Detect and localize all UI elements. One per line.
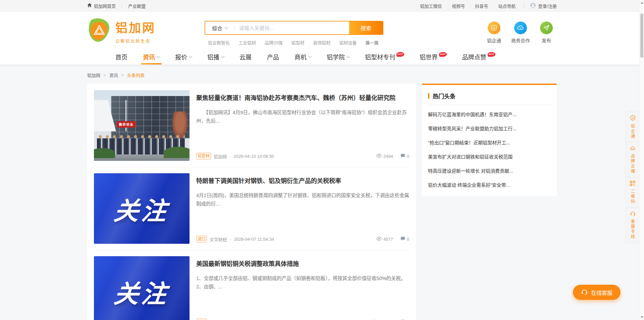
search-category-value: 综合 bbox=[212, 25, 222, 32]
headset-icon bbox=[630, 211, 636, 218]
hot-keyword[interactable]: 铝业数智化 bbox=[208, 39, 230, 46]
qrcode-icon bbox=[630, 181, 635, 187]
logo-title: 铝加网 bbox=[115, 18, 156, 36]
topbar-link-douyin[interactable]: 抖音号 bbox=[475, 3, 488, 9]
logo-subtitle: 云聚铝业新生态 bbox=[115, 38, 156, 44]
article-title[interactable]: 聚焦轻量化赛道！南海铝协赴苏考察奥杰汽车、魏桥（苏州）轻量化研究院 bbox=[196, 94, 409, 102]
sidebar: 热门头条 解码万亿蓝海里的中国机遇！东南亚铝产... 零碳转型亮风采！产业联盟助… bbox=[422, 84, 557, 196]
article-source: 铝加网 bbox=[214, 153, 227, 159]
hot-keyword[interactable]: 铝型材 bbox=[291, 39, 305, 46]
cloud-icon bbox=[630, 146, 636, 152]
search-button[interactable]: 搜索 bbox=[349, 21, 383, 34]
hot-keyword[interactable]: 品牌20强 bbox=[265, 39, 282, 46]
logo[interactable]: 铝加网 云聚铝业新生态 bbox=[87, 17, 156, 44]
view-count: 4577 bbox=[376, 237, 393, 242]
scrollbar-thumb[interactable] bbox=[640, 13, 643, 58]
nav-item-brand-like[interactable]: 品牌点赞HOT bbox=[462, 49, 495, 64]
article-meta: 进口 文华财经 · 2026-04-07 11:54:34 4577 0 bbox=[196, 236, 409, 242]
search-category-dropdown[interactable]: 综合 bbox=[205, 21, 234, 34]
home-link[interactable]: 铝加网首页 bbox=[87, 3, 116, 9]
alliance-link[interactable]: 产业联盟 bbox=[128, 3, 146, 9]
comment-count: 0 bbox=[400, 236, 409, 242]
topbar-link-video[interactable]: 视频号 bbox=[452, 3, 465, 9]
hot-keywords: 铝业数智化 工业铝材 品牌20强 铝型材 装饰铝材 铝材设备 换一换 bbox=[205, 39, 383, 46]
scrollbar-down-arrow[interactable] bbox=[641, 316, 643, 318]
quick-action-publish[interactable]: 发布 bbox=[540, 21, 553, 44]
article-date: 2026-04-10 14:08:50 bbox=[233, 154, 274, 159]
refresh-keywords-button[interactable]: 换一换 bbox=[366, 39, 379, 46]
nav-item-quotes[interactable]: 报价 bbox=[175, 49, 192, 64]
nav-item-home[interactable]: 首页 bbox=[115, 49, 127, 64]
hot-headline-item[interactable]: 铝价大幅波动 终端企业需系好“安全带... bbox=[428, 178, 551, 192]
home-icon bbox=[87, 3, 92, 8]
article-card[interactable]: 魏桥创业 聚焦轻量化赛道！南海铝协赴苏考察奥杰汽车、魏桥（苏州）轻量化研究院 【… bbox=[94, 84, 409, 167]
breadcrumb-separator: > bbox=[104, 73, 106, 78]
login-register-button[interactable]: 登录/注册 bbox=[530, 2, 557, 9]
topbar-link-sitemap[interactable]: 站点导航 bbox=[498, 3, 516, 9]
nav-item-lvbo[interactable]: 铝播 bbox=[207, 49, 224, 64]
scrollbar-up-arrow[interactable] bbox=[641, 2, 643, 4]
hot-keyword[interactable]: 装饰铝材 bbox=[313, 39, 331, 46]
browser-scrollbar[interactable] bbox=[639, 0, 644, 320]
breadcrumb-news[interactable]: 资讯 bbox=[109, 72, 118, 78]
article-tag[interactable]: 进口 bbox=[196, 236, 207, 242]
breadcrumb-current: 头条列表 bbox=[127, 72, 145, 78]
hot-headline-item[interactable]: 特高压建设迎新一轮增长 对铝消费贡献... bbox=[428, 164, 551, 178]
hot-headline-item[interactable]: 解码万亿蓝海里的中国机遇！东南亚铝产... bbox=[428, 107, 551, 121]
search-bar: 综合 搜索 铝业数智化 工业铝材 品牌20强 铝型材 装饰铝材 铝材设备 换一换 bbox=[205, 21, 383, 46]
nav-item-products[interactable]: 产品 bbox=[267, 49, 279, 64]
article-tag[interactable]: 铝型材 bbox=[196, 153, 211, 159]
search-input[interactable] bbox=[234, 21, 349, 34]
article-tag[interactable]: 铝材 bbox=[196, 319, 207, 320]
eye-icon bbox=[376, 154, 382, 159]
hot-keyword[interactable]: 铝材设备 bbox=[339, 39, 357, 46]
hot-icon: HOT bbox=[488, 52, 495, 57]
logo-icon bbox=[87, 17, 111, 44]
svg-text:铝: 铝 bbox=[493, 27, 495, 30]
nav-item-business[interactable]: 商机 bbox=[294, 49, 311, 64]
view-count: 2494 bbox=[376, 154, 393, 159]
hot-headlines-title: 热门头条 bbox=[428, 85, 551, 105]
online-service-button[interactable]: 在线客服 bbox=[573, 285, 621, 300]
toolbar-qrcode[interactable]: 二维码 bbox=[626, 177, 639, 207]
chevron-down-icon bbox=[309, 55, 312, 58]
hot-headline-item[interactable]: “抢出口”窗口期结束！近期铝型材开工... bbox=[428, 135, 551, 149]
side-toolbar: 企 铝企通 品牌云播 二维码 客服专线 bbox=[626, 112, 639, 242]
group-photo-people bbox=[97, 135, 185, 138]
breadcrumb-home[interactable]: 铝加网 bbox=[87, 72, 100, 78]
quick-action-lvqitong[interactable]: 铝 铝企通 bbox=[487, 21, 501, 44]
nav-item-profile-special[interactable]: 铝型材专刊HOT bbox=[365, 49, 404, 64]
toolbar-service-line[interactable]: 客服专线 bbox=[626, 207, 639, 242]
article-image[interactable]: 关注 bbox=[94, 256, 190, 320]
chevron-down-icon bbox=[347, 55, 350, 58]
chevron-down-icon bbox=[221, 55, 225, 58]
nav-item-academy[interactable]: 铝学院 bbox=[327, 49, 350, 64]
article-card[interactable]: 关注 美国最新钢铝铜关税调整政策具体措施 1、全部或几乎全部由铝、钢或铜制成的产… bbox=[94, 250, 409, 320]
nav-item-lv-world[interactable]: 铝世界HOT bbox=[420, 49, 447, 64]
quick-action-cooperation[interactable]: V 商务合作 bbox=[511, 21, 530, 44]
building-sign: 魏桥创业 bbox=[117, 121, 136, 128]
topbar-link-wechat[interactable]: 铝加工微信 bbox=[420, 3, 442, 9]
hot-headline-item[interactable]: 零碳转型亮风采！产业联盟助力铝加工行... bbox=[428, 121, 551, 135]
quick-actions: 铝 铝企通 V 商务合作 发布 bbox=[487, 21, 553, 44]
toolbar-lvqitong[interactable]: 企 铝企通 bbox=[626, 112, 639, 142]
article-card[interactable]: 关注 特朗普下调美国针对钢铁、铝及铜衍生产品的关税税率 4月2日(周四)，美国总… bbox=[94, 167, 409, 250]
meta-dot: · bbox=[229, 154, 231, 159]
toolbar-brand-cloud[interactable]: 品牌云播 bbox=[626, 142, 639, 177]
hot-keyword[interactable]: 工业铝材 bbox=[238, 39, 256, 46]
article-image[interactable]: 魏桥创业 bbox=[94, 90, 190, 161]
hot-icon: HOT bbox=[439, 52, 447, 57]
nav-item-news[interactable]: 资讯 bbox=[143, 49, 160, 64]
headset-icon bbox=[581, 288, 588, 296]
hot-headline-item[interactable]: 美宣布扩大对进口钢铁和铝征收关税范围 bbox=[428, 149, 551, 164]
building-photo-part bbox=[94, 148, 115, 158]
article-title[interactable]: 特朗普下调美国针对钢铁、铝及铜衍生产品的关税税率 bbox=[196, 177, 409, 185]
comment-icon bbox=[400, 153, 405, 159]
article-meta: 铝型材 铝加网 · 2026-04-10 14:08:50 2494 0 bbox=[196, 153, 409, 159]
paper-plane-icon bbox=[540, 21, 553, 34]
divider bbox=[524, 4, 524, 8]
building-photo-part bbox=[164, 147, 190, 158]
nav-item-expo[interactable]: 云展 bbox=[239, 49, 252, 64]
article-title[interactable]: 美国最新钢铝铜关税调整政策具体措施 bbox=[196, 260, 409, 268]
article-image[interactable]: 关注 bbox=[94, 173, 190, 244]
